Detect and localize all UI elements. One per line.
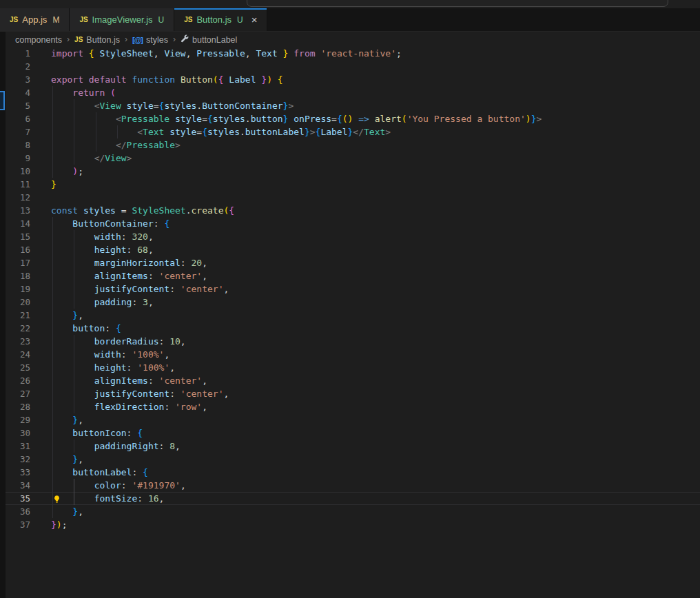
code-line[interactable]: 6 <Pressable style={styles.button} onPre…: [0, 112, 700, 125]
breadcrumb-item-button.js[interactable]: JSButton.js: [74, 35, 120, 45]
code-line[interactable]: 31 paddingRight: 8,: [0, 440, 700, 453]
code-line[interactable]: 29 },: [0, 413, 700, 426]
code-text: </Pressable>: [51, 138, 181, 152]
code-line[interactable]: 34 color: '#191970',: [0, 479, 700, 492]
code-line[interactable]: 18 alignItems: 'center',: [0, 269, 700, 282]
breadcrumb-item-styles[interactable]: [@]styles: [132, 35, 168, 45]
vscode-window: JSApp.jsMJSImageViewer.jsUJSButton.jsU× …: [0, 0, 700, 598]
background-window-edge-artifact: [0, 91, 5, 110]
tab-imageviewer-js[interactable]: JSImageViewer.jsU: [70, 8, 174, 31]
command-center-search-box[interactable]: [247, 0, 668, 7]
code-text: <Pressable style={styles.button} onPress…: [51, 112, 542, 125]
code-line[interactable]: 1import { StyleSheet, View, Pressable, T…: [0, 47, 700, 60]
code-text: },: [51, 505, 83, 518]
window-left-edge: [0, 32, 6, 598]
javascript-file-icon: JS: [74, 36, 83, 43]
code-text: return (: [51, 86, 116, 99]
breadcrumb-item-components[interactable]: components: [15, 35, 62, 45]
code-text: alignItems: 'center',: [51, 374, 207, 387]
code-line[interactable]: 24 width: '100%',: [0, 348, 700, 361]
code-line[interactable]: 28 flexDirection: 'row',: [0, 400, 700, 413]
breadcrumb: components›JSButton.js›[@]styles›buttonL…: [0, 32, 700, 47]
breadcrumb-label: buttonLabel: [192, 35, 237, 45]
code-line[interactable]: 33 buttonLabel: {: [0, 466, 700, 479]
code-text: width: '100%',: [51, 348, 169, 361]
tab-button-js[interactable]: JSButton.jsU×: [174, 8, 267, 31]
code-editor[interactable]: 1import { StyleSheet, View, Pressable, T…: [0, 47, 700, 598]
javascript-file-icon: JS: [10, 16, 18, 23]
wrench-icon: [181, 34, 189, 45]
code-line[interactable]: 36 },: [0, 505, 700, 518]
git-status-badge: M: [52, 15, 59, 25]
code-line[interactable]: 4 return (: [0, 86, 700, 99]
code-line[interactable]: 2: [0, 60, 700, 73]
code-text: import { StyleSheet, View, Pressable, Te…: [51, 47, 402, 60]
code-text: );: [51, 165, 83, 178]
code-text: flexDirection: 'row',: [51, 400, 207, 413]
code-text: },: [51, 309, 83, 322]
code-line[interactable]: 26 alignItems: 'center',: [0, 374, 700, 387]
code-text: buttonLabel: {: [51, 466, 148, 479]
code-text: paddingRight: 8,: [51, 440, 181, 453]
code-line[interactable]: 7 <Text style={styles.buttonLabel}>{Labe…: [0, 125, 700, 138]
code-text: export default function Button({ Label }…: [51, 73, 283, 86]
code-line[interactable]: 13const styles = StyleSheet.create({: [0, 204, 700, 217]
code-text: fontSize: 16,: [51, 492, 164, 505]
title-bar: [0, 0, 700, 8]
tab-app-js[interactable]: JSApp.jsM: [0, 8, 70, 31]
code-text: borderRadius: 10,: [51, 335, 186, 348]
code-text: width: 320,: [51, 230, 154, 243]
code-line[interactable]: 9 </View>: [0, 152, 700, 165]
code-line[interactable]: 11}: [0, 178, 700, 191]
git-status-badge: U: [237, 15, 243, 25]
code-text: },: [51, 453, 83, 466]
code-text: color: '#191970',: [51, 479, 186, 492]
code-line[interactable]: 5 <View style={styles.ButtonContainer}>: [0, 99, 700, 112]
code-line[interactable]: 30 buttonIcon: {: [0, 426, 700, 440]
code-text: alignItems: 'center',: [51, 269, 207, 282]
code-line[interactable]: 19 justifyContent: 'center',: [0, 282, 700, 296]
code-text: padding: 3,: [51, 296, 154, 309]
code-line[interactable]: 32 },: [0, 453, 700, 466]
code-text: buttonIcon: {: [51, 426, 143, 440]
code-line[interactable]: 17 marginHorizontal: 20,: [0, 256, 700, 269]
code-line[interactable]: 14 ButtonContainer: {: [0, 217, 700, 230]
code-line[interactable]: 35 fontSize: 16,: [0, 492, 700, 505]
editor-tab-bar: JSApp.jsMJSImageViewer.jsUJSButton.jsU×: [0, 8, 700, 32]
breadcrumb-separator-icon: ›: [67, 34, 70, 44]
code-text: height: '100%',: [51, 361, 175, 374]
code-line[interactable]: 3export default function Button({ Label …: [0, 73, 700, 86]
code-text: });: [51, 518, 67, 531]
code-line[interactable]: 23 borderRadius: 10,: [0, 335, 700, 348]
code-line[interactable]: 22 button: {: [0, 322, 700, 335]
code-text: },: [51, 413, 83, 426]
code-line[interactable]: 16 height: 68,: [0, 243, 700, 256]
code-line[interactable]: 12: [0, 191, 700, 204]
symbol-namespace-icon: [@]: [132, 36, 143, 44]
code-line[interactable]: 27 justifyContent: 'center',: [0, 387, 700, 400]
code-text: <Text style={styles.buttonLabel}>{Label}…: [51, 125, 391, 138]
breadcrumb-label: styles: [146, 35, 168, 45]
breadcrumb-separator-icon: ›: [173, 34, 176, 44]
code-text: }: [51, 178, 56, 191]
breadcrumb-label: Button.js: [86, 35, 120, 45]
code-text: ButtonContainer: {: [51, 217, 169, 230]
code-line[interactable]: 21 },: [0, 309, 700, 322]
code-line[interactable]: 20 padding: 3,: [0, 296, 700, 309]
code-line[interactable]: 37});: [0, 518, 700, 531]
tab-label: ImageViewer.js: [92, 14, 153, 25]
code-text: button: {: [51, 322, 121, 335]
code-text: justifyContent: 'center',: [51, 282, 229, 296]
code-line[interactable]: 10 );: [0, 165, 700, 178]
breadcrumb-label: components: [15, 35, 62, 45]
code-line[interactable]: 8 </Pressable>: [0, 138, 700, 152]
code-text: height: 68,: [51, 243, 154, 256]
breadcrumb-separator-icon: ›: [125, 34, 127, 44]
breadcrumb-item-buttonlabel[interactable]: buttonLabel: [181, 34, 237, 45]
code-text: marginHorizontal: 20,: [51, 256, 207, 269]
tab-label: App.js: [22, 14, 47, 25]
code-line[interactable]: 15 width: 320,: [0, 230, 700, 243]
code-text: </View>: [51, 152, 132, 165]
close-tab-icon[interactable]: ×: [251, 14, 258, 25]
code-line[interactable]: 25 height: '100%',: [0, 361, 700, 374]
